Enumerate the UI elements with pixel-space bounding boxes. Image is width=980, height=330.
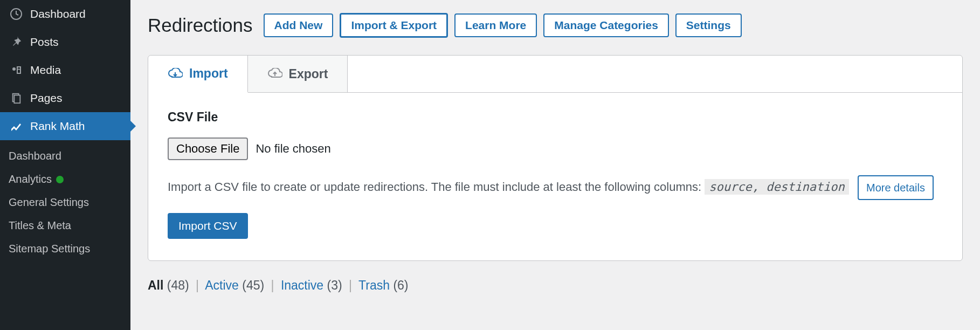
menu-label: Dashboard	[30, 8, 86, 20]
pin-icon	[9, 35, 24, 50]
columns-code: source, destination	[705, 179, 849, 195]
more-details-button[interactable]: More details	[858, 175, 934, 200]
dashboard-icon	[9, 6, 24, 22]
page-header: Redirections Add New Import & Export Lea…	[148, 13, 963, 38]
manage-categories-button[interactable]: Manage Categories	[543, 13, 669, 37]
import-export-button[interactable]: Import & Export	[340, 13, 448, 38]
admin-sidebar: Dashboard Posts Media Pages Rank Math	[0, 0, 130, 330]
main-content: Redirections Add New Import & Export Lea…	[130, 0, 980, 330]
menu-media[interactable]: Media	[0, 56, 130, 84]
menu-label: Pages	[30, 92, 63, 105]
tab-export[interactable]: Export	[248, 56, 348, 92]
menu-pages[interactable]: Pages	[0, 84, 130, 112]
tab-label: Import	[189, 66, 228, 81]
menu-label: Posts	[30, 36, 59, 49]
menu-posts[interactable]: Posts	[0, 28, 130, 56]
submenu-titles-meta[interactable]: Titles & Meta	[0, 214, 130, 237]
submenu-general-settings[interactable]: General Settings	[0, 191, 130, 214]
learn-more-button[interactable]: Learn More	[454, 13, 537, 37]
cloud-upload-icon	[267, 68, 282, 80]
media-icon	[9, 63, 24, 78]
filter-all[interactable]: All	[148, 278, 163, 292]
filter-active[interactable]: Active	[205, 278, 239, 292]
choose-file-button[interactable]: Choose File	[168, 138, 248, 160]
tab-label: Export	[289, 67, 328, 81]
import-tab-content: CSV File Choose File No file chosen Impo…	[148, 93, 962, 260]
submenu-analytics[interactable]: Analytics	[0, 168, 130, 191]
rank-math-submenu: Dashboard Analytics General Settings Tit…	[0, 140, 130, 265]
import-description: Import a CSV file to create or update re…	[168, 175, 943, 200]
tab-import[interactable]: Import	[148, 56, 248, 93]
cloud-download-icon	[168, 68, 183, 80]
status-dot-icon	[56, 176, 64, 183]
submenu-sitemap-settings[interactable]: Sitemap Settings	[0, 237, 130, 260]
filter-inactive[interactable]: Inactive	[281, 278, 323, 292]
tabs: Import Export	[148, 56, 962, 93]
pages-icon	[9, 91, 24, 106]
filter-trash[interactable]: Trash	[358, 278, 390, 292]
csv-file-label: CSV File	[168, 110, 943, 125]
file-status: No file chosen	[256, 142, 330, 156]
chart-icon	[9, 119, 24, 134]
page-title: Redirections	[148, 15, 253, 36]
menu-dashboard[interactable]: Dashboard	[0, 0, 130, 28]
svg-point-1	[12, 67, 16, 71]
status-filters: All (48) | Active (45) | Inactive (3) | …	[148, 278, 963, 293]
submenu-dashboard[interactable]: Dashboard	[0, 145, 130, 168]
add-new-button[interactable]: Add New	[264, 13, 334, 37]
menu-label: Media	[30, 64, 61, 77]
settings-button[interactable]: Settings	[675, 13, 742, 37]
svg-rect-3	[14, 95, 20, 104]
menu-rank-math[interactable]: Rank Math	[0, 112, 130, 140]
import-export-panel: Import Export CSV File Choose File No fi…	[148, 55, 963, 261]
import-csv-button[interactable]: Import CSV	[168, 213, 248, 239]
menu-label: Rank Math	[30, 120, 85, 133]
